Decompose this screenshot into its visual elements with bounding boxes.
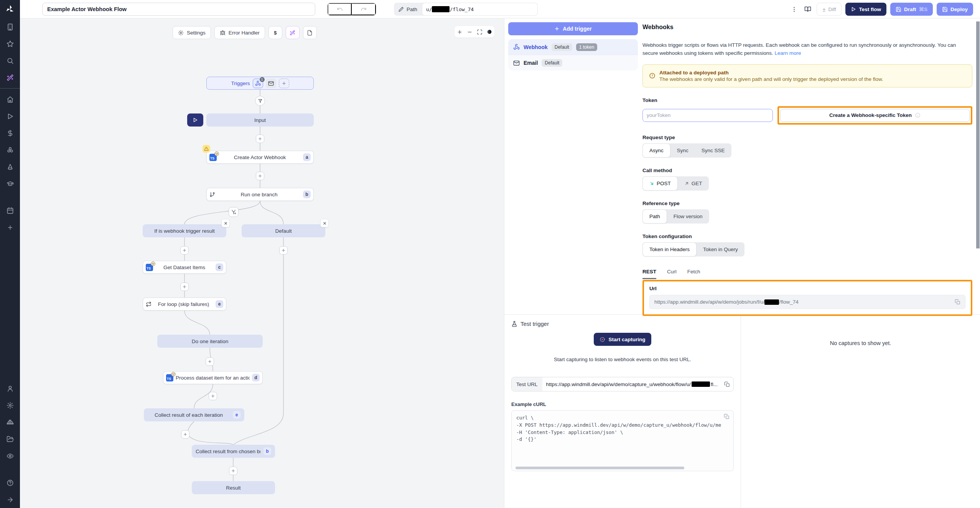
panel-scrollbar[interactable] — [976, 21, 980, 311]
flow-node-get-dataset-items[interactable]: TS Get Dataset Items c — [143, 261, 226, 274]
undo-button[interactable] — [328, 3, 352, 15]
token-label: Token — [642, 97, 972, 103]
flow-title-input[interactable] — [42, 3, 315, 16]
webhook-trigger-chip[interactable]: 1 — [253, 79, 263, 88]
windmill-logo[interactable] — [0, 0, 20, 18]
runs-icon[interactable] — [0, 108, 20, 125]
calendar-icon[interactable] — [0, 202, 20, 219]
scrollbar-thumb[interactable] — [976, 21, 980, 248]
tab-fetch[interactable]: Fetch — [687, 269, 700, 279]
favorites-icon[interactable] — [0, 35, 20, 52]
add-trigger-button[interactable]: Add trigger — [508, 22, 638, 35]
insert-step-button[interactable] — [181, 430, 189, 439]
more-menu-icon[interactable] — [789, 5, 799, 14]
workspace-icon[interactable] — [0, 18, 20, 35]
learn-more-link[interactable]: Learn more — [774, 50, 801, 56]
copy-flow-button[interactable] — [303, 26, 317, 39]
add-item-icon[interactable] — [0, 219, 20, 236]
call-method-get[interactable]: GET — [678, 176, 709, 191]
insert-step-button[interactable] — [256, 135, 264, 143]
insert-step-button[interactable] — [229, 467, 237, 475]
add-branch-node[interactable] — [229, 207, 239, 217]
diff-button[interactable]: ±Diff — [817, 3, 842, 16]
resources-icon[interactable] — [0, 141, 20, 158]
insert-step-button[interactable] — [209, 392, 217, 400]
test-url-field[interactable]: Test URL https://app.windmill.dev/api/w/… — [511, 377, 734, 391]
flow-node-collect-each-iteration[interactable]: Collect result of each iteratione — [144, 408, 244, 421]
draft-button[interactable]: Draft⌘S — [890, 3, 933, 16]
token-input[interactable] — [642, 109, 773, 122]
flow-canvas[interactable]: Settings Error Handler $ Triggers 1 Inpu… — [20, 18, 504, 508]
collapse-arrow-icon[interactable] — [0, 491, 20, 508]
path-value[interactable]: u//flow_74 — [422, 3, 538, 16]
reference-type-path[interactable]: Path — [642, 209, 667, 224]
remove-branch-button[interactable] — [221, 219, 230, 227]
call-method-post[interactable]: POST — [642, 176, 678, 191]
variables-icon[interactable] — [0, 125, 20, 141]
workers-icon[interactable] — [0, 414, 20, 431]
insert-step-button[interactable] — [206, 357, 214, 366]
email-trigger-chip[interactable] — [266, 79, 276, 88]
create-webhook-token-button[interactable]: Create a Webhook-specific Token — [780, 109, 970, 122]
request-type-sync[interactable]: Sync — [670, 143, 695, 158]
error-handler-button[interactable]: Error Handler — [214, 26, 265, 39]
trigger-row-webhook[interactable]: Webhook Default 1 token — [508, 39, 638, 55]
flow-node-branch-if[interactable]: If is webhook trigger result — [143, 224, 226, 237]
copy-icon[interactable] — [955, 299, 960, 305]
help-icon[interactable] — [0, 474, 20, 491]
path-widget[interactable]: Path u//flow_74 — [394, 3, 538, 16]
flow-node-process-dataset-item[interactable]: TS Process dataset item for an action d — [163, 371, 263, 384]
docs-book-icon[interactable] — [803, 4, 813, 14]
deploy-button[interactable]: Deploy — [937, 3, 973, 16]
token-in-query[interactable]: Token in Query — [697, 242, 744, 256]
flow-node-for-loop[interactable]: For loop (skip failures) e — [143, 298, 226, 311]
test-flow-button[interactable]: Test flow — [845, 3, 886, 16]
settings-gear-icon[interactable] — [0, 397, 20, 414]
audit-eye-icon[interactable] — [0, 447, 20, 464]
flow-node-triggers[interactable]: Triggers 1 — [206, 77, 314, 90]
flow-node-result[interactable]: Result — [192, 481, 275, 494]
ai-wand-icon[interactable] — [0, 69, 20, 86]
trigger-row-email[interactable]: Email Default — [508, 55, 638, 71]
fit-view-icon[interactable] — [474, 26, 484, 38]
token-in-headers[interactable]: Token in Headers — [642, 242, 697, 256]
trigger-filter-node[interactable] — [255, 96, 265, 106]
flow-node-run-one-branch[interactable]: Run one branch b — [206, 188, 314, 201]
dollar-button[interactable]: $ — [268, 26, 282, 39]
flow-node-branch-default[interactable]: Default — [242, 224, 325, 237]
add-trigger-chip[interactable] — [279, 79, 289, 88]
folders-icon[interactable] — [0, 431, 20, 447]
flow-node-do-one-iteration[interactable]: Do one iteration — [157, 335, 263, 348]
flow-settings-button[interactable]: Settings — [173, 26, 211, 39]
insert-step-button[interactable] — [256, 172, 264, 180]
zoom-out-icon[interactable] — [464, 26, 474, 38]
sidebar — [0, 0, 20, 508]
copy-icon[interactable] — [724, 381, 733, 387]
zoom-in-icon[interactable] — [455, 26, 464, 38]
tab-rest[interactable]: REST — [642, 269, 656, 279]
start-capturing-button[interactable]: Start capturing — [594, 333, 651, 346]
ai-wand-button[interactable] — [286, 26, 300, 39]
flow-node-collect-chosen-branch[interactable]: Collect result from chosen branchb — [192, 445, 275, 458]
request-type-async[interactable]: Async — [642, 143, 670, 158]
tab-curl[interactable]: Curl — [667, 269, 677, 279]
insert-step-button[interactable] — [180, 246, 189, 255]
learn-icon[interactable] — [0, 175, 20, 192]
request-type-sync-sse[interactable]: Sync SSE — [695, 143, 731, 158]
flow-node-input[interactable]: Input — [206, 113, 314, 127]
redo-button[interactable] — [352, 3, 376, 15]
schedules-icon[interactable] — [0, 158, 20, 175]
horizontal-scrollbar[interactable] — [516, 467, 684, 469]
dataflow-toggle-icon[interactable] — [484, 26, 494, 38]
webhook-url-field[interactable]: https://app.windmill.dev/api/w/demo/jobs… — [649, 295, 965, 309]
test-up-to-input-button[interactable] — [187, 113, 203, 127]
user-icon[interactable] — [0, 380, 20, 397]
insert-step-button[interactable] — [279, 246, 288, 255]
flow-node-create-actor-webhook[interactable]: TS Create Actor Webhook a — [206, 151, 314, 164]
reference-type-flow-version[interactable]: Flow version — [667, 209, 709, 224]
insert-step-button[interactable] — [180, 283, 189, 291]
home-icon[interactable] — [0, 91, 20, 108]
search-icon[interactable] — [0, 52, 20, 69]
remove-branch-button[interactable] — [320, 219, 329, 227]
copy-icon[interactable] — [724, 414, 730, 419]
